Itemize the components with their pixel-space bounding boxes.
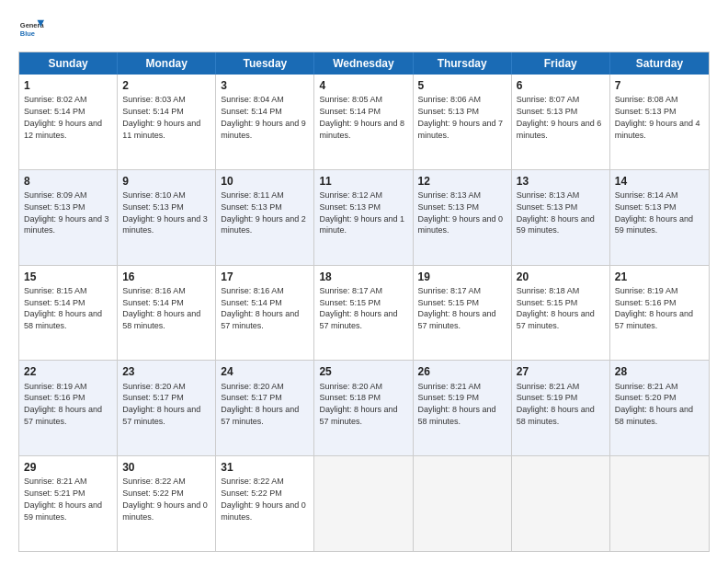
- cell-info: Sunrise: 8:20 AMSunset: 5:18 PMDaylight:…: [319, 382, 397, 426]
- day-number: 20: [517, 270, 605, 284]
- header-day-tuesday: Tuesday: [216, 52, 314, 75]
- logo: General Blue: [18, 17, 44, 42]
- header-day-sunday: Sunday: [19, 52, 118, 75]
- header-day-monday: Monday: [118, 52, 216, 75]
- cell-info: Sunrise: 8:18 AMSunset: 5:15 PMDaylight:…: [517, 286, 595, 330]
- calendar-body: 1Sunrise: 8:02 AMSunset: 5:14 PMDaylight…: [19, 75, 709, 551]
- day-number: 19: [418, 270, 506, 284]
- cell-info: Sunrise: 8:20 AMSunset: 5:17 PMDaylight:…: [122, 382, 200, 426]
- day-cell-14: 14Sunrise: 8:14 AMSunset: 5:13 PMDayligh…: [610, 170, 709, 265]
- header-day-saturday: Saturday: [610, 52, 709, 75]
- cell-info: Sunrise: 8:22 AMSunset: 5:22 PMDaylight:…: [221, 477, 306, 521]
- header-day-thursday: Thursday: [414, 52, 512, 75]
- day-number: 25: [319, 364, 407, 379]
- cell-info: Sunrise: 8:21 AMSunset: 5:21 PMDaylight:…: [24, 477, 102, 521]
- day-cell-3: 3Sunrise: 8:04 AMSunset: 5:14 PMDaylight…: [216, 75, 314, 169]
- day-number: 8: [24, 174, 112, 189]
- header-day-friday: Friday: [512, 52, 610, 75]
- day-number: 2: [122, 78, 210, 93]
- day-number: 31: [221, 460, 309, 475]
- header-day-wednesday: Wednesday: [314, 52, 413, 75]
- calendar-row-4: 22Sunrise: 8:19 AMSunset: 5:16 PMDayligh…: [19, 361, 709, 456]
- day-number: 24: [221, 364, 309, 379]
- day-number: 26: [418, 364, 506, 379]
- cell-info: Sunrise: 8:19 AMSunset: 5:16 PMDaylight:…: [615, 286, 693, 330]
- day-cell-18: 18Sunrise: 8:17 AMSunset: 5:15 PMDayligh…: [314, 266, 413, 361]
- day-cell-8: 8Sunrise: 8:09 AMSunset: 5:13 PMDaylight…: [19, 170, 118, 265]
- day-cell-11: 11Sunrise: 8:12 AMSunset: 5:13 PMDayligh…: [314, 170, 413, 265]
- day-cell-13: 13Sunrise: 8:13 AMSunset: 5:13 PMDayligh…: [512, 170, 610, 265]
- day-number: 21: [615, 270, 704, 284]
- svg-text:Blue: Blue: [20, 29, 35, 38]
- day-number: 16: [122, 270, 210, 284]
- day-cell-10: 10Sunrise: 8:11 AMSunset: 5:13 PMDayligh…: [216, 170, 314, 265]
- cell-info: Sunrise: 8:06 AMSunset: 5:13 PMDaylight:…: [418, 95, 504, 139]
- cell-info: Sunrise: 8:20 AMSunset: 5:17 PMDaylight:…: [221, 382, 299, 426]
- day-cell-29: 29Sunrise: 8:21 AMSunset: 5:21 PMDayligh…: [19, 456, 118, 551]
- day-number: 22: [24, 364, 112, 379]
- day-number: 30: [122, 460, 210, 475]
- day-cell-15: 15Sunrise: 8:15 AMSunset: 5:14 PMDayligh…: [19, 266, 118, 361]
- day-number: 7: [615, 78, 704, 93]
- day-number: 6: [517, 78, 605, 93]
- day-cell-16: 16Sunrise: 8:16 AMSunset: 5:14 PMDayligh…: [118, 266, 216, 361]
- day-cell-31: 31Sunrise: 8:22 AMSunset: 5:22 PMDayligh…: [216, 456, 314, 551]
- calendar-row-5: 29Sunrise: 8:21 AMSunset: 5:21 PMDayligh…: [19, 456, 709, 551]
- day-cell-2: 2Sunrise: 8:03 AMSunset: 5:14 PMDaylight…: [118, 75, 216, 169]
- day-number: 12: [418, 174, 506, 189]
- cell-info: Sunrise: 8:14 AMSunset: 5:13 PMDaylight:…: [615, 190, 693, 235]
- cell-info: Sunrise: 8:19 AMSunset: 5:16 PMDaylight:…: [24, 382, 102, 426]
- empty-cell: [610, 456, 709, 551]
- day-cell-5: 5Sunrise: 8:06 AMSunset: 5:13 PMDaylight…: [414, 75, 512, 169]
- day-cell-22: 22Sunrise: 8:19 AMSunset: 5:16 PMDayligh…: [19, 361, 118, 455]
- calendar-header: SundayMondayTuesdayWednesdayThursdayFrid…: [19, 52, 709, 75]
- cell-info: Sunrise: 8:16 AMSunset: 5:14 PMDaylight:…: [221, 286, 299, 330]
- empty-cell: [512, 456, 610, 551]
- day-number: 29: [24, 460, 112, 475]
- day-cell-6: 6Sunrise: 8:07 AMSunset: 5:13 PMDaylight…: [512, 75, 610, 169]
- day-number: 10: [221, 174, 309, 189]
- day-cell-25: 25Sunrise: 8:20 AMSunset: 5:18 PMDayligh…: [314, 361, 413, 455]
- cell-info: Sunrise: 8:12 AMSunset: 5:13 PMDaylight:…: [319, 190, 404, 235]
- day-cell-28: 28Sunrise: 8:21 AMSunset: 5:20 PMDayligh…: [610, 361, 709, 455]
- day-cell-7: 7Sunrise: 8:08 AMSunset: 5:13 PMDaylight…: [610, 75, 709, 169]
- cell-info: Sunrise: 8:08 AMSunset: 5:13 PMDaylight:…: [615, 95, 700, 139]
- day-number: 18: [319, 270, 407, 284]
- day-cell-26: 26Sunrise: 8:21 AMSunset: 5:19 PMDayligh…: [414, 361, 512, 455]
- cell-info: Sunrise: 8:02 AMSunset: 5:14 PMDaylight:…: [24, 95, 102, 139]
- day-cell-21: 21Sunrise: 8:19 AMSunset: 5:16 PMDayligh…: [610, 266, 709, 361]
- day-cell-17: 17Sunrise: 8:16 AMSunset: 5:14 PMDayligh…: [216, 266, 314, 361]
- day-number: 23: [122, 364, 210, 379]
- calendar-row-2: 8Sunrise: 8:09 AMSunset: 5:13 PMDaylight…: [19, 170, 709, 266]
- day-number: 17: [221, 270, 309, 284]
- cell-info: Sunrise: 8:11 AMSunset: 5:13 PMDaylight:…: [221, 190, 306, 235]
- day-cell-27: 27Sunrise: 8:21 AMSunset: 5:19 PMDayligh…: [512, 361, 610, 455]
- cell-info: Sunrise: 8:03 AMSunset: 5:14 PMDaylight:…: [122, 95, 200, 139]
- empty-cell: [314, 456, 413, 551]
- day-cell-9: 9Sunrise: 8:10 AMSunset: 5:13 PMDaylight…: [118, 170, 216, 265]
- calendar-row-1: 1Sunrise: 8:02 AMSunset: 5:14 PMDaylight…: [19, 75, 709, 170]
- cell-info: Sunrise: 8:05 AMSunset: 5:14 PMDaylight:…: [319, 95, 404, 139]
- day-cell-23: 23Sunrise: 8:20 AMSunset: 5:17 PMDayligh…: [118, 361, 216, 455]
- cell-info: Sunrise: 8:17 AMSunset: 5:15 PMDaylight:…: [418, 286, 496, 330]
- day-cell-12: 12Sunrise: 8:13 AMSunset: 5:13 PMDayligh…: [414, 170, 512, 265]
- day-number: 13: [517, 174, 605, 189]
- cell-info: Sunrise: 8:15 AMSunset: 5:14 PMDaylight:…: [24, 286, 102, 330]
- day-cell-20: 20Sunrise: 8:18 AMSunset: 5:15 PMDayligh…: [512, 266, 610, 361]
- empty-cell: [414, 456, 512, 551]
- cell-info: Sunrise: 8:21 AMSunset: 5:19 PMDaylight:…: [418, 382, 496, 426]
- cell-info: Sunrise: 8:21 AMSunset: 5:19 PMDaylight:…: [517, 382, 595, 426]
- calendar: SundayMondayTuesdayWednesdayThursdayFrid…: [18, 52, 710, 552]
- day-number: 3: [221, 78, 309, 93]
- day-number: 5: [418, 78, 506, 93]
- cell-info: Sunrise: 8:13 AMSunset: 5:13 PMDaylight:…: [517, 190, 595, 235]
- cell-info: Sunrise: 8:09 AMSunset: 5:13 PMDaylight:…: [24, 190, 109, 235]
- cell-info: Sunrise: 8:13 AMSunset: 5:13 PMDaylight:…: [418, 190, 504, 235]
- cell-info: Sunrise: 8:07 AMSunset: 5:13 PMDaylight:…: [517, 95, 602, 139]
- day-number: 27: [517, 364, 605, 379]
- logo-icon: General Blue: [18, 17, 44, 42]
- day-cell-24: 24Sunrise: 8:20 AMSunset: 5:17 PMDayligh…: [216, 361, 314, 455]
- cell-info: Sunrise: 8:04 AMSunset: 5:14 PMDaylight:…: [221, 95, 306, 139]
- day-cell-30: 30Sunrise: 8:22 AMSunset: 5:22 PMDayligh…: [118, 456, 216, 551]
- day-cell-19: 19Sunrise: 8:17 AMSunset: 5:15 PMDayligh…: [414, 266, 512, 361]
